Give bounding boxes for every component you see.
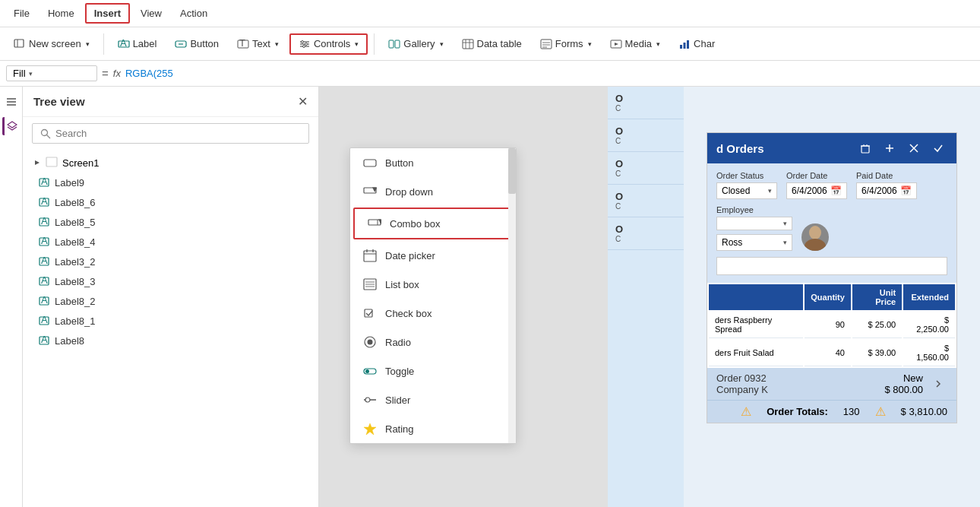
order-date-field: Order Date 6/4/2006 📅: [786, 171, 847, 199]
label8_1-icon: A: [38, 315, 50, 327]
svg-text:▾: ▾: [378, 217, 382, 227]
table-row-2[interactable]: ders Fruit Salad 40 $ 39.00 $ 1,560.00: [709, 340, 955, 366]
col-name: [709, 284, 803, 310]
property-selector[interactable]: Fill ▾: [6, 65, 97, 81]
media-button[interactable]: Media ▾: [602, 35, 668, 53]
svg-text:A: A: [41, 197, 48, 207]
tree-item-label8_4[interactable]: A Label8_4: [23, 232, 318, 252]
radio-icon: [362, 334, 378, 350]
controls-caret: ▾: [355, 40, 359, 48]
dropdown-checkbox-item[interactable]: Check box: [350, 299, 516, 328]
forms-icon: [540, 38, 552, 50]
button-toolbar-button[interactable]: Button: [167, 35, 226, 53]
search-input[interactable]: [55, 128, 301, 139]
media-icon: [610, 38, 622, 50]
svg-point-33: [42, 129, 48, 135]
search-icon: [40, 128, 51, 139]
dropdown-datepicker-item[interactable]: Date picker: [350, 241, 516, 270]
formula-value[interactable]: RGBA(255: [125, 68, 974, 79]
list-row-4[interactable]: O C: [608, 185, 684, 217]
menu-insert[interactable]: Insert: [85, 3, 130, 24]
data-table-button[interactable]: Data table: [454, 35, 530, 53]
list-row-3[interactable]: O C: [608, 152, 684, 185]
svg-rect-36: [46, 157, 57, 166]
dropdown-dropdown-item[interactable]: ▾ Drop down: [350, 177, 516, 206]
orders-delete-button[interactable]: [856, 139, 874, 157]
orders-title: d Orders: [716, 142, 850, 155]
order-status-select[interactable]: Closed ▾: [716, 182, 777, 199]
tree-close-button[interactable]: ✕: [298, 94, 308, 109]
tree-group-screen1[interactable]: Screen1: [23, 153, 318, 173]
tree-item-label8_5[interactable]: A Label8_5: [23, 212, 318, 232]
dropdown-rating-item[interactable]: Rating: [350, 414, 516, 443]
datatable-icon: [462, 38, 474, 50]
list-row-1[interactable]: O C: [608, 87, 684, 119]
equals-sign: =: [102, 67, 109, 80]
svg-rect-26: [680, 45, 682, 49]
tree-item-label8_3[interactable]: A Label8_3: [23, 271, 318, 291]
gallery-icon: [388, 38, 400, 50]
orders-add-button[interactable]: [880, 139, 899, 157]
footer-status: New $ 800.00: [884, 372, 923, 395]
tree-item-label8[interactable]: A Label8: [23, 331, 318, 350]
newscreen-icon: [14, 38, 26, 50]
orders-table-body: ders Raspberry Spread 90 $ 25.00 $ 2,250…: [709, 312, 955, 366]
employee-value: Ross: [722, 237, 780, 248]
dropdown-scrollbar-thumb[interactable]: [508, 148, 516, 194]
controls-button[interactable]: Controls ▾: [289, 33, 368, 55]
menu-file[interactable]: File: [6, 5, 37, 22]
fx-button[interactable]: fx: [113, 68, 121, 79]
hamburger-menu-icon[interactable]: [2, 93, 21, 111]
order-date-input[interactable]: 6/4/2006 📅: [786, 182, 847, 199]
list-row-2[interactable]: O C: [608, 119, 684, 152]
expand-icon: [33, 159, 41, 166]
paid-date-input[interactable]: 6/4/2006 📅: [856, 182, 917, 199]
svg-text:A: A: [41, 256, 48, 266]
tree-item-label9[interactable]: A Label9: [23, 173, 318, 192]
gallery-button[interactable]: Gallery ▾: [381, 35, 450, 53]
footer-nav-button[interactable]: [929, 375, 947, 393]
orders-cancel-button[interactable]: [905, 139, 923, 157]
svg-rect-55: [364, 160, 376, 166]
row2-ext: $ 1,560.00: [903, 340, 955, 366]
menu-view[interactable]: View: [133, 5, 169, 22]
label8_5-text: Label8_5: [55, 217, 96, 228]
footer-order-num: Order 0932: [716, 372, 878, 384]
dropdown-radio-item[interactable]: Radio: [350, 328, 516, 356]
svg-text:A: A: [41, 296, 48, 306]
tree-item-label3_2[interactable]: A Label3_2: [23, 252, 318, 271]
layers-icon[interactable]: [2, 117, 21, 135]
paid-date-field: Paid Date 6/4/2006 📅: [856, 171, 917, 199]
menu-home[interactable]: Home: [40, 5, 82, 22]
order-date-value: 6/4/2006: [792, 185, 827, 196]
svg-rect-61: [364, 251, 376, 261]
table-row-1[interactable]: ders Raspberry Spread 90 $ 25.00 $ 2,250…: [709, 312, 955, 338]
tree-item-label8_6[interactable]: A Label8_6: [23, 192, 318, 212]
dropdown-listbox-item[interactable]: List box: [350, 270, 516, 299]
dropdown-scrollbar[interactable]: [508, 148, 516, 443]
dropdown-slider-item[interactable]: Slider: [350, 385, 516, 414]
tree-item-label8_2[interactable]: A Label8_2: [23, 291, 318, 311]
orders-confirm-button[interactable]: [929, 139, 947, 157]
dropdown-combobox-item[interactable]: ▾ Combo box: [353, 208, 513, 239]
paid-date-value: 6/4/2006: [861, 185, 897, 196]
dropdown-button-item[interactable]: Button: [350, 148, 516, 177]
employee-select-bottom[interactable]: Ross ▾: [716, 234, 792, 251]
col-unit: Unit Price: [852, 284, 902, 310]
dropdown-toggle-item[interactable]: Toggle: [350, 356, 516, 385]
forms-button[interactable]: Forms ▾: [533, 35, 599, 53]
svg-rect-14: [389, 40, 394, 48]
list-row-5[interactable]: O C: [608, 217, 684, 250]
new-screen-button[interactable]: New screen ▾: [6, 35, 97, 53]
property-caret: ▾: [29, 70, 33, 78]
chart-button[interactable]: Char: [671, 35, 722, 53]
text-button[interactable]: T Text ▾: [229, 35, 286, 53]
tree-item-label8_1[interactable]: A Label8_1: [23, 311, 318, 331]
footer-company: Company K: [716, 384, 878, 395]
menu-action[interactable]: Action: [172, 5, 215, 22]
orders-panel: d Orders: [707, 132, 957, 423]
label-button[interactable]: A Label: [110, 35, 165, 53]
total-qty: 130: [843, 406, 860, 417]
employee-select-top[interactable]: ▾: [716, 217, 792, 230]
notes-input[interactable]: [716, 257, 947, 275]
